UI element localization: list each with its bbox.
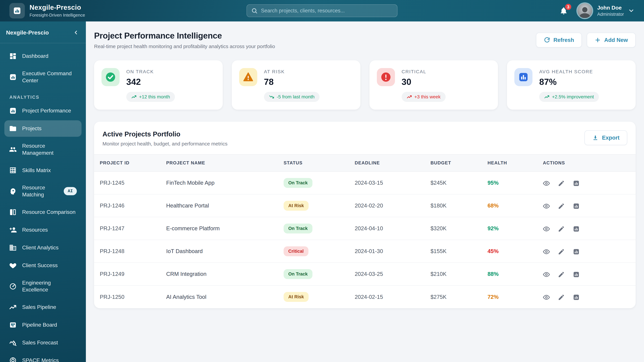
sidebar-item-pipeline-board[interactable]: Pipeline Board xyxy=(4,317,82,333)
project-name-cell: Healthcare Portal xyxy=(166,194,284,217)
edit-project-button[interactable] xyxy=(558,271,565,278)
view-project-button[interactable] xyxy=(543,248,550,255)
health-cell: 92% xyxy=(488,217,543,240)
query-stats-icon xyxy=(9,339,17,347)
eye-icon xyxy=(543,294,550,301)
table-row[interactable]: PRJ-1247 E-commerce Platform On Track 20… xyxy=(94,217,636,240)
sidebar-item-sales-pipeline[interactable]: Sales Pipeline xyxy=(4,299,82,316)
view-project-button[interactable] xyxy=(543,203,550,210)
brand-tagline: Foresight-Driven Intelligence xyxy=(30,12,85,18)
sidebar-nav: Dashboard Executive Command Center ANALY… xyxy=(0,43,86,362)
project-id-cell: PRJ-1250 xyxy=(94,285,166,308)
sidebar-item-client-success[interactable]: Client Success xyxy=(4,257,82,274)
col-project-name: PROJECT NAME xyxy=(166,155,284,171)
project-name-cell: IoT Dashboard xyxy=(166,240,284,263)
sidebar-item-project-performance[interactable]: Project Performance xyxy=(4,103,82,119)
warning-icon xyxy=(243,71,254,83)
portfolio-header: Active Projects Portfolio Monitor projec… xyxy=(94,130,636,147)
table-row[interactable]: PRJ-1245 FinTech Mobile App On Track 202… xyxy=(94,171,636,194)
edit-project-button[interactable] xyxy=(558,294,565,301)
edit-project-button[interactable] xyxy=(558,203,565,210)
stat-body: AVG HEALTH SCORE 87% +2.5% improvement xyxy=(539,68,599,102)
sidebar-item-projects[interactable]: Projects xyxy=(4,120,82,137)
add-new-button[interactable]: Add New xyxy=(587,33,636,47)
budget-cell: $155K xyxy=(430,240,488,263)
table-row[interactable]: PRJ-1250 AI Analytics Tool At Risk 2024-… xyxy=(94,285,636,308)
view-project-button[interactable] xyxy=(543,180,550,187)
search-icon xyxy=(251,7,258,14)
trending-up-icon xyxy=(131,94,137,99)
export-button[interactable]: Export xyxy=(584,130,627,145)
view-project-button[interactable] xyxy=(543,294,550,301)
health-value: 68% xyxy=(488,202,498,209)
sidebar-header: Nexgile-Prescio xyxy=(0,21,86,43)
sidebar-title: Nexgile-Prescio xyxy=(6,29,49,36)
status-badge: At Risk xyxy=(284,292,308,302)
dashboard-icon xyxy=(9,52,17,60)
project-report-button[interactable] xyxy=(573,203,580,210)
deadline-cell: 2024-01-30 xyxy=(355,240,430,263)
global-search[interactable] xyxy=(246,4,398,17)
portfolio-title: Active Projects Portfolio xyxy=(102,130,228,138)
status-cell: At Risk xyxy=(284,285,355,308)
chevron-down-icon[interactable] xyxy=(628,7,634,14)
user-avatar xyxy=(576,2,593,19)
edit-project-button[interactable] xyxy=(558,248,565,255)
sidebar-item-engineering-excellence[interactable]: Engineering Excellence xyxy=(4,275,82,298)
stat-value: 342 xyxy=(126,77,175,87)
health-value: 45% xyxy=(488,248,498,254)
check-circle-icon xyxy=(102,68,120,86)
stat-body: ON TRACK 342 +12 this month xyxy=(126,68,175,102)
project-report-button[interactable] xyxy=(573,248,580,255)
project-report-button[interactable] xyxy=(573,294,580,301)
sidebar-item-space-metrics[interactable]: SPACE Metrics xyxy=(4,352,82,362)
sidebar-item-sales-forecast[interactable]: Sales Forecast xyxy=(4,335,82,351)
project-id-cell: PRJ-1245 xyxy=(94,171,166,194)
search-input[interactable] xyxy=(261,8,393,14)
brand-name: Nexgile-Prescio xyxy=(30,4,85,11)
stat-cards: ON TRACK 342 +12 this month AT RISK 78 xyxy=(94,60,636,110)
table-row[interactable]: PRJ-1246 Healthcare Portal At Risk 2024-… xyxy=(94,194,636,217)
stat-body: AT RISK 78 -5 from last month xyxy=(264,68,320,102)
sidebar-item-resources[interactable]: Resources xyxy=(4,222,82,238)
project-name-cell: AI Analytics Tool xyxy=(166,285,284,308)
user-menu[interactable]: John Doe Administrator xyxy=(576,2,634,19)
sidebar-item-label: Projects xyxy=(22,125,42,132)
sidebar-item-resource-management[interactable]: Resource Management xyxy=(4,138,82,161)
view-project-button[interactable] xyxy=(543,225,550,232)
bar-chart-tile-icon xyxy=(514,68,532,86)
eye-icon xyxy=(543,225,550,232)
eye-icon xyxy=(543,180,550,187)
view-project-button[interactable] xyxy=(543,271,550,278)
sidebar-item-label: Skills Matrix xyxy=(22,167,51,174)
sidebar-collapse-button[interactable] xyxy=(72,29,80,36)
stat-value: 78 xyxy=(264,77,320,87)
project-report-button[interactable] xyxy=(573,225,580,232)
sidebar-item-skills-matrix[interactable]: Skills Matrix xyxy=(4,162,82,178)
sidebar-item-label: Pipeline Board xyxy=(22,322,57,329)
notifications-button[interactable]: 3 xyxy=(558,5,569,16)
refresh-button[interactable]: Refresh xyxy=(536,33,582,47)
table-row[interactable]: PRJ-1249 CRM Integration On Track 2024-0… xyxy=(94,263,636,285)
report-icon xyxy=(573,203,580,210)
table-row[interactable]: PRJ-1248 IoT Dashboard Critical 2024-01-… xyxy=(94,240,636,263)
sidebar-item-resource-comparison[interactable]: Resource Comparison xyxy=(4,204,82,220)
project-report-button[interactable] xyxy=(573,180,580,187)
deadline-cell: 2024-02-15 xyxy=(355,285,430,308)
status-badge: On Track xyxy=(284,224,312,233)
sidebar-item-client-analytics[interactable]: Client Analytics xyxy=(4,240,82,256)
sidebar-item-dashboard[interactable]: Dashboard xyxy=(4,48,82,64)
actions-cell xyxy=(543,263,636,285)
pencil-icon xyxy=(558,271,565,278)
sidebar-item-executive-command-center[interactable]: Executive Command Center xyxy=(4,66,82,88)
app-logo xyxy=(10,3,25,18)
sidebar-item-resource-matching[interactable]: Resource Matching AI xyxy=(4,180,82,202)
deadline-cell: 2024-04-10 xyxy=(355,217,430,240)
trending-up-icon xyxy=(9,303,17,311)
edit-project-button[interactable] xyxy=(558,180,565,187)
project-report-button[interactable] xyxy=(573,271,580,278)
edit-project-button[interactable] xyxy=(558,225,565,232)
status-badge: At Risk xyxy=(284,201,308,211)
report-icon xyxy=(573,248,580,255)
portfolio-header-text: Active Projects Portfolio Monitor projec… xyxy=(102,130,228,147)
